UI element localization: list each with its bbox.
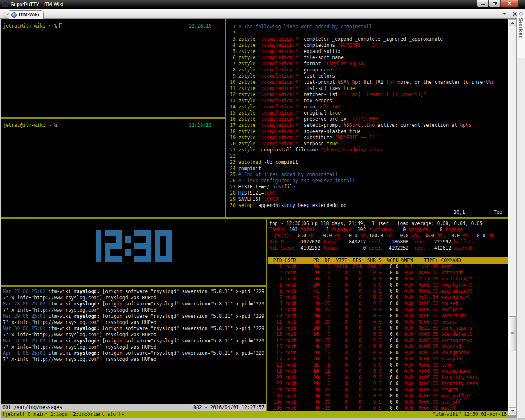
top-column-header: PID USER PR NI VIRT RES SHR S %CPU %MEM … <box>268 257 508 264</box>
vim-line: 24 compinit <box>230 165 261 172</box>
clock-segment <box>125 236 131 243</box>
vim-line: 9 zstyle ':completion:*' list-colors '' <box>230 73 344 79</box>
sessions-panel-tab[interactable]: ⚙ Sessions <box>517 10 525 58</box>
vim-line: 15 zstyle ':completion:*' original true <box>230 110 341 116</box>
vim-line: 22 <box>230 153 238 159</box>
top-process-row: 6 root rt 0 0 0 0 S 0.0 0.0 0:00.00 migr… <box>268 288 472 294</box>
tmux-windows-list: [jetrat] 0:main* 1:logs 2:important_stuf… <box>2 411 124 418</box>
top-process-row: 21 root 0 -20 0 0 0 S 0.0 0.0 0:00.00 cr… <box>268 387 458 393</box>
terminal-area[interactable]: jetrat@itm-wiki ~ % 12:28:10 jetrat@itm-… <box>1 19 508 418</box>
top-summary-line: %Cpu(s): 0.0 us, 0.0 sy, 0.0 ni,100.0 id… <box>269 233 494 239</box>
vim-line: 20 zstyle ':completion:*' verbose true <box>230 141 338 147</box>
chevron-down-icon[interactable] <box>503 13 506 15</box>
vim-line: 29 SAVEHIST=10000 <box>230 196 278 202</box>
log-line: Mar 30 06:25:01 itm-wiki rsyslogd: [orig… <box>3 326 264 332</box>
tab-strip <box>0 9 517 19</box>
vim-line: 30 setopt appendhistory beep extendedglo… <box>230 202 346 209</box>
clock-segment <box>105 230 110 236</box>
top-process-row: 12 root 20 0 0 0 0 S 0.0 0.0 0:22.38 syn… <box>268 325 472 331</box>
tab-globe-icon <box>11 12 17 18</box>
scrollbar-thumb[interactable] <box>509 316 516 351</box>
log-line: Mar 29 06:25:01 itm-wiki rsyslogd: [orig… <box>3 313 264 319</box>
tab-itm-wiki[interactable]: ITM-Wiki <box>9 10 44 19</box>
clock-segment <box>155 230 160 236</box>
clock-segment <box>125 249 131 256</box>
vim-line: 16 zstyle ':completion:*' preserve-prefi… <box>230 116 381 122</box>
shell1-prompt: jetrat@itm-wiki ~ % <box>3 23 62 29</box>
top-process-row: 3 root 20 0 0 0 0 S 0.0 0.0 2:11.90 ksof… <box>268 276 472 282</box>
arrow-down-icon <box>511 410 514 412</box>
vim-line: 14 zstyle ':completion:*' menu select=2 <box>230 104 341 110</box>
clock-segment <box>96 256 101 262</box>
clock-segment <box>105 243 110 249</box>
vim-line: 8 zstyle ':completion:*' group-name '' <box>230 67 341 73</box>
vim-line: 17 zstyle ':completion:*' select-prompt … <box>230 122 472 129</box>
minimize-button[interactable] <box>477 0 489 7</box>
clock-segment <box>105 249 110 256</box>
top-process-row: 20 root 20 0 0 0 0 S 0.0 0.0 0:00.00 fsn… <box>268 381 478 387</box>
pane-border-shell-split[interactable] <box>1 117 225 119</box>
vim-line: 11 zstyle ':completion:*' list-suffixes … <box>230 85 355 92</box>
scroll-up-arrow[interactable] <box>509 19 516 26</box>
vim-line: 3 zstyle ':completion:*' completer _expa… <box>230 36 443 42</box>
title-bar[interactable]: SuperPuTTY - ITM-Wiki <box>0 0 525 9</box>
clock-segment <box>155 236 160 243</box>
clock-segment <box>146 256 151 262</box>
vim-line: 19 zstyle ':completion:*' substitute 'NU… <box>230 135 375 141</box>
vim-line: 2 <box>230 30 238 36</box>
tabstrip-close-icon[interactable] <box>513 12 517 16</box>
sessions-dock-strip <box>517 9 525 418</box>
shell2-timestamp: 12:28:10 <box>189 122 211 129</box>
top-process-row: 18 root 25 5 0 0 0 S 0.0 0.0 0:00.00 ksm… <box>268 362 452 368</box>
tab-label: ITM-Wiki <box>19 12 39 18</box>
scroll-down-arrow[interactable] <box>509 407 516 414</box>
clock-segment <box>116 230 122 236</box>
vim-line: 12 zstyle ':completion:*' matcher-list '… <box>230 92 426 98</box>
clock-segment <box>140 243 146 249</box>
top-summary-line: Tasks: 103 total, 1 running, 102 sleepin… <box>269 227 463 233</box>
log-line: Mar 31 06:25:02 itm-wiki rsyslogd: [orig… <box>3 338 264 344</box>
vim-line: 18 zstyle ':completion:*' squeeze-slashe… <box>230 129 361 135</box>
log-line: Mar 28 06:25:02 itm-wiki rsyslogd: [orig… <box>3 301 264 307</box>
clock-segment <box>116 243 122 249</box>
terminal-scrollbar[interactable] <box>508 19 516 415</box>
vim-line: 6 zstyle ':completion:*' file-sort name <box>230 55 344 61</box>
shell1-timestamp: 12:28:10 <box>189 23 211 29</box>
top-process-row: 14 root 0 -20 0 0 0 S 0.0 0.0 0:00.00 ki… <box>268 337 472 344</box>
pane-border-main[interactable] <box>1 217 508 219</box>
tmux-status-bar[interactable]: [jetrat] 0:main* 1:logs 2:important_stuf… <box>1 411 508 418</box>
clock-segment <box>110 243 116 249</box>
pane-border-vertical-top[interactable] <box>225 19 226 217</box>
vim-ruler-position: 20,1 <box>454 209 465 216</box>
pane-border-clock-log[interactable] <box>1 285 266 287</box>
clock-segment <box>134 256 140 262</box>
pane-border-vertical-bottom[interactable] <box>266 219 267 411</box>
clock-segment <box>140 230 146 236</box>
clock-segment <box>155 256 160 262</box>
top-summary-line: KiB Mem: 1027020 total, 840212 used, 186… <box>269 239 474 245</box>
restore-icon <box>493 2 497 5</box>
clock-segment <box>146 236 151 243</box>
clock-segment <box>146 249 151 256</box>
log-line: 7" x-info="http://www.rsyslog.com"] rsys… <box>3 307 156 313</box>
vim-line: 7 zstyle ':completion:*' format 'Complet… <box>230 61 366 67</box>
clock-segment <box>166 243 172 249</box>
terminal-cursor <box>59 23 62 28</box>
clock-segment <box>146 243 151 249</box>
clock-segment <box>110 230 116 236</box>
scrollbar-grip <box>511 332 514 335</box>
clock-segment <box>116 256 122 262</box>
sessions-panel-label: Sessions <box>518 18 523 38</box>
top-process-row: 16 root 20 0 0 0 0 S 0.0 0.0 0:02.84 khu… <box>268 350 470 356</box>
log-line: Apr 1 06:25:01 itm-wiki rsyslogd: [origi… <box>3 350 264 356</box>
top-process-row: 8 root 0 -20 0 0 0 S 0.0 0.0 0:00.00 cpu… <box>268 301 458 307</box>
top-process-row: 106 root 0 -20 0 0 0 S 0.0 0.0 0:00.00 m… <box>268 405 455 411</box>
vim-line: 21 zstyle :compinstall filename '/home/i… <box>230 147 386 153</box>
gear-icon: ⚙ <box>519 11 523 17</box>
vim-ruler-scroll: Top <box>494 209 502 216</box>
close-button[interactable] <box>500 0 518 7</box>
restore-button[interactable] <box>489 0 500 7</box>
tmux-session-info: "itm-wiki" 12:30 01-Apr-16 <box>433 411 507 418</box>
shell2-prompt: jetrat@itm-wiki ~ % <box>3 122 57 129</box>
clock-segment <box>160 230 166 236</box>
